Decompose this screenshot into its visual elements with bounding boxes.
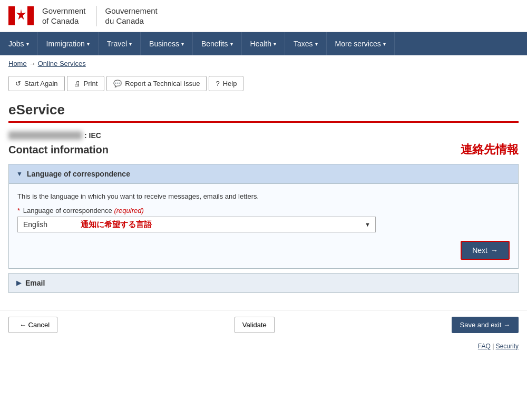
- chevron-down-icon: ▾: [274, 41, 276, 47]
- page-header: Government of Canada Gouvernement du Can…: [0, 0, 527, 32]
- language-select[interactable]: English French: [17, 217, 376, 232]
- nav-taxes[interactable]: Taxes ▾: [285, 32, 327, 55]
- next-button[interactable]: Next →: [461, 241, 510, 260]
- action-toolbar: ↺ Start Again 🖨 Print 💬 Report a Technic…: [0, 72, 527, 97]
- print-icon: 🖨: [74, 80, 81, 87]
- next-button-row: Next →: [17, 241, 510, 260]
- language-description: This is the language in which you want t…: [17, 192, 510, 200]
- email-accordion-label: Email: [25, 279, 45, 287]
- page-title: eService: [8, 102, 519, 118]
- svg-rect-0: [8, 6, 15, 25]
- canada-flag: [8, 5, 34, 26]
- breadcrumb: Home → Online Services: [0, 55, 527, 72]
- collapse-icon: ▼: [16, 170, 23, 178]
- chevron-down-icon: ▾: [129, 41, 132, 47]
- gov-name-fr: Gouvernement du Canada: [96, 6, 158, 26]
- nav-jobs[interactable]: Jobs ▾: [0, 32, 38, 55]
- email-accordion: ▶ Email: [8, 273, 519, 293]
- breadcrumb-online-services[interactable]: Online Services: [38, 60, 86, 67]
- report-issue-button[interactable]: 💬 Report a Technical Issue: [106, 76, 207, 91]
- nav-health[interactable]: Health ▾: [242, 32, 285, 55]
- gov-name-en: Government of Canada: [42, 6, 86, 26]
- start-again-button[interactable]: ↺ Start Again: [8, 76, 65, 91]
- arrow-right-icon: →: [491, 246, 498, 255]
- nav-business[interactable]: Business ▾: [141, 32, 193, 55]
- breadcrumb-separator: →: [29, 60, 36, 67]
- language-field-label: * Language of correspondence (required): [17, 207, 510, 214]
- expand-icon: ▶: [16, 279, 21, 287]
- help-icon: ?: [216, 80, 219, 87]
- footer-faq-link[interactable]: FAQ: [478, 343, 491, 350]
- section-title-japanese: 連絡先情報: [461, 142, 519, 158]
- nav-immigration[interactable]: Immigration ▾: [38, 32, 99, 55]
- email-accordion-header[interactable]: ▶ Email: [9, 274, 518, 292]
- language-accordion-body: This is the language in which you want t…: [9, 183, 518, 268]
- chevron-down-icon: ▾: [383, 41, 386, 47]
- ref-number: XXXXXXXXXXXXXXX: [8, 131, 82, 140]
- nav-travel[interactable]: Travel ▾: [99, 32, 141, 55]
- print-button[interactable]: 🖨 Print: [67, 76, 105, 91]
- bottom-action-bar: ← Cancel Validate Save and exit →: [0, 310, 527, 339]
- chevron-down-icon: ▾: [315, 41, 318, 47]
- chevron-down-icon: ▾: [230, 41, 233, 47]
- help-button[interactable]: ? Help: [209, 76, 243, 91]
- chevron-down-icon: ▾: [181, 41, 184, 47]
- chevron-down-icon: ▾: [26, 41, 29, 47]
- required-text: (required): [114, 207, 143, 214]
- nav-benefits[interactable]: Benefits ▾: [193, 32, 242, 55]
- validate-button[interactable]: Validate: [235, 317, 275, 333]
- chat-icon: 💬: [113, 80, 122, 87]
- breadcrumb-home[interactable]: Home: [8, 60, 27, 67]
- nav-more-services[interactable]: More services ▾: [327, 32, 395, 55]
- required-asterisk: *: [17, 207, 20, 214]
- page-footer: FAQ | Security: [0, 339, 527, 353]
- main-content: eService XXXXXXXXXXXXXXX : IEC Contact i…: [0, 97, 527, 306]
- reference-line: XXXXXXXXXXXXXXX : IEC: [8, 131, 519, 140]
- language-select-wrapper: English French: [17, 217, 376, 232]
- main-nav: Jobs ▾ Immigration ▾ Travel ▾ Business ▾…: [0, 32, 527, 55]
- language-accordion-header[interactable]: ▼ Language of correspondence: [9, 164, 518, 183]
- save-exit-button[interactable]: Save and exit →: [452, 317, 519, 333]
- language-accordion: ▼ Language of correspondence This is the…: [8, 164, 519, 269]
- language-accordion-label: Language of correspondence: [27, 170, 130, 178]
- refresh-icon: ↺: [15, 80, 21, 87]
- section-title: Contact information: [8, 144, 109, 156]
- chevron-down-icon: ▾: [87, 41, 90, 47]
- svg-rect-1: [27, 6, 34, 25]
- cancel-button[interactable]: ← Cancel: [8, 317, 57, 333]
- title-divider: [8, 121, 519, 123]
- section-header: Contact information 連絡先情報: [8, 142, 519, 158]
- footer-security-link[interactable]: Security: [496, 343, 519, 350]
